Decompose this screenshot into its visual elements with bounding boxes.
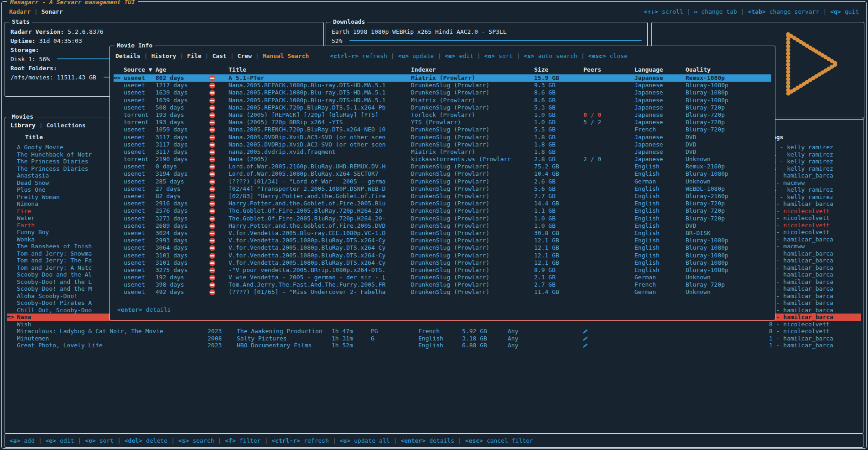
release-age: 1217 days	[156, 82, 209, 89]
release-row[interactable]: =>usenet802 daysA 5.1-PTerMiatrix (Prowl…	[114, 74, 771, 82]
tab-file[interactable]: File	[187, 52, 201, 59]
release-row[interactable]: usenet82 days[02/83] "Harry.Potter.and.t…	[114, 193, 771, 200]
release-row[interactable]: usenet2689 daysHarry.Potter.and.the.Gobl…	[114, 222, 771, 230]
release-row[interactable]: usenet285 days(????) [01/34] - "Lord of …	[114, 178, 771, 185]
tab-radarr[interactable]: Radarr	[9, 8, 31, 15]
release-row[interactable]: usenet508 daysNana.2005.REPACK.720p.BluR…	[114, 104, 771, 111]
release-peers	[583, 259, 634, 267]
release-row[interactable]: torrent193 daysNana (2005) [REPACK] [720…	[114, 111, 771, 119]
release-title: [02/83] "Harry.Potter.and.the.Goblet.of.…	[229, 193, 411, 200]
movie-size: 5.92 GB	[462, 328, 508, 335]
release-language: Japanese	[634, 97, 686, 104]
row-prefix	[114, 259, 124, 267]
release-row[interactable]: usenet0 daysLord.of.War.2005.2160p.BluRa…	[114, 163, 771, 170]
release-quality: Unknown	[686, 288, 771, 296]
movie-year: 2023	[208, 328, 237, 335]
separator: |	[333, 437, 336, 444]
release-indexer: DrunkenSlug (Prowlarr)	[411, 185, 534, 193]
separator: |	[255, 52, 259, 59]
release-row[interactable]: usenet3117 daysnana.2005.dvdrip.xvid.fra…	[114, 148, 771, 156]
release-row[interactable]: usenet3117 daysNana.2005.DVDRip.XviD.AC3…	[114, 141, 771, 148]
row-prefix	[7, 236, 17, 243]
row-prefix	[114, 281, 124, 288]
release-row[interactable]: usenet1059 daysNana.2005.FRENCH.720p.Blu…	[114, 126, 771, 133]
release-row[interactable]: torrent2190 daysNana (2005)kickasstorren…	[114, 156, 771, 163]
release-row[interactable]: usenet398 daysTom.And.Jerry.The.Fast.And…	[114, 281, 771, 288]
release-row[interactable]: torrent193 daysNana (2005) 720p BRRip x2…	[114, 119, 771, 126]
release-row[interactable]: usenet1639 daysNana.2005.REPACK.1080p.Bl…	[114, 97, 771, 104]
release-row[interactable]: usenet3194 daysLord.of.War.2005.1080p.Bl…	[114, 170, 771, 178]
tab-crew[interactable]: Crew	[238, 52, 252, 59]
release-row[interactable]: usenet1639 daysNana.2005.REPACK.1080p.Bl…	[114, 89, 771, 96]
root-folders-label: Root Folders:	[10, 65, 57, 72]
release-row[interactable]: usenet492 days(????) [01/65] - "Miss Und…	[114, 288, 771, 296]
help-action: quit	[845, 8, 859, 15]
release-source: usenet	[124, 163, 156, 170]
release-language: English	[634, 222, 686, 230]
release-age: 2916 days	[156, 200, 209, 207]
movie-row[interactable]: Minutemen2008Salty Pictures1h 31mGEnglis…	[7, 335, 861, 342]
tab-collections[interactable]: Collections	[47, 122, 86, 129]
release-row[interactable]: usenet2993 daysV.for.Vendetta.2005.1080p…	[114, 237, 771, 244]
movie-row[interactable]: Miraculous: Ladybug & Cat Noir, The Movi…	[7, 328, 861, 335]
row-prefix	[114, 274, 124, 281]
release-peers	[583, 288, 634, 296]
servarr-tabs: Radarr|Sonarr	[9, 8, 63, 15]
movie-profile: Any	[508, 342, 583, 349]
tag-icon	[583, 343, 588, 348]
movie-runtime: 1h 52m	[332, 342, 371, 349]
download-progress-gauge	[349, 40, 642, 41]
help-key: <q>	[830, 8, 841, 15]
tab-history[interactable]: History	[151, 52, 177, 59]
release-row[interactable]: usenet3117 daysNana.2005.DVDRip.XviD.AC3…	[114, 134, 771, 141]
tab-sonarr[interactable]: Sonarr	[42, 8, 63, 15]
release-row[interactable]: usenet27 days[02/44] "Transporter 2.2005…	[114, 185, 771, 193]
release-source: usenet	[124, 185, 156, 193]
tab-cast[interactable]: Cast	[212, 52, 226, 59]
row-prefix	[114, 156, 124, 163]
release-age: 802 days	[156, 74, 209, 82]
movie-runtime	[332, 321, 371, 328]
release-row[interactable]: usenet2576 daysThe.Goblet.Of.Fire.2005.B…	[114, 207, 771, 215]
release-title: Nana (2005)	[229, 156, 411, 163]
release-row[interactable]: usenet2916 daysHarry.Potter.and.the.Gobl…	[114, 200, 771, 207]
release-row[interactable]: usenet192 daysV wie Vendetta - 2005 - ge…	[114, 274, 771, 281]
movie-row[interactable]: Great Photo, Lovely Life2023HBO Document…	[7, 342, 861, 349]
release-quality: Unknown	[686, 178, 771, 185]
rejected-icon	[209, 164, 215, 170]
movie-studio: The Awakening Production	[237, 328, 332, 335]
release-row[interactable]: usenet3101 daysV.for.Vendetta.2005.1080p…	[114, 259, 771, 267]
rejected-icon	[209, 215, 229, 222]
release-indexer: DrunkenSlug (Prowlarr)	[411, 104, 534, 111]
movie-info-title: Movie Info	[114, 42, 155, 49]
tab-manual-search[interactable]: Manual Search	[263, 52, 309, 59]
help-key: <f>	[225, 437, 235, 444]
stats-panel-title: Stats	[10, 18, 32, 26]
release-quality: WEBDL-1080p	[686, 185, 771, 193]
release-peers	[583, 281, 634, 288]
release-quality: Bluray-1080p	[686, 259, 771, 267]
help-key: <e>	[445, 52, 455, 59]
movie-tags: 14 - kelly ramirez	[769, 158, 861, 165]
rejected-icon	[209, 245, 215, 251]
tab-details[interactable]: Details	[115, 52, 140, 59]
movie-row[interactable]: Wish8 - nicolecolvett	[7, 321, 861, 328]
help-action: change tab	[702, 8, 737, 15]
release-row[interactable]: usenet3064 daysV.for.Vendetta.2005.1080p…	[114, 244, 771, 251]
release-row[interactable]: usenet3273 daysThe.Goblet.Of.Fire.2005.B…	[114, 215, 771, 222]
release-source: usenet	[124, 89, 156, 96]
tab-library[interactable]: Library	[10, 122, 36, 129]
release-row[interactable]: usenet3024 daysV.for.Vendetta.2005.Blu-r…	[114, 230, 771, 237]
rejected-icon	[209, 90, 215, 96]
rejected-icon	[209, 275, 215, 281]
release-row[interactable]: usenet3101 daysV.for.Vendetta.2005.1080p…	[114, 252, 771, 259]
rejected-icon	[209, 222, 229, 230]
row-prefix	[7, 299, 17, 307]
movie-tags: 14 - kelly ramirez	[769, 194, 861, 201]
release-row[interactable]: usenet1217 daysNana.2005.REPACK.1080p.Bl…	[114, 82, 771, 89]
release-row[interactable]: usenet3275 days-"V pour vendetta.2005.BR…	[114, 267, 771, 274]
movie-tags: 8 - nicolecolvett	[769, 208, 861, 215]
row-prefix	[7, 264, 17, 272]
download-progress-line: 52%	[332, 36, 642, 45]
release-age: 398 days	[156, 281, 209, 288]
